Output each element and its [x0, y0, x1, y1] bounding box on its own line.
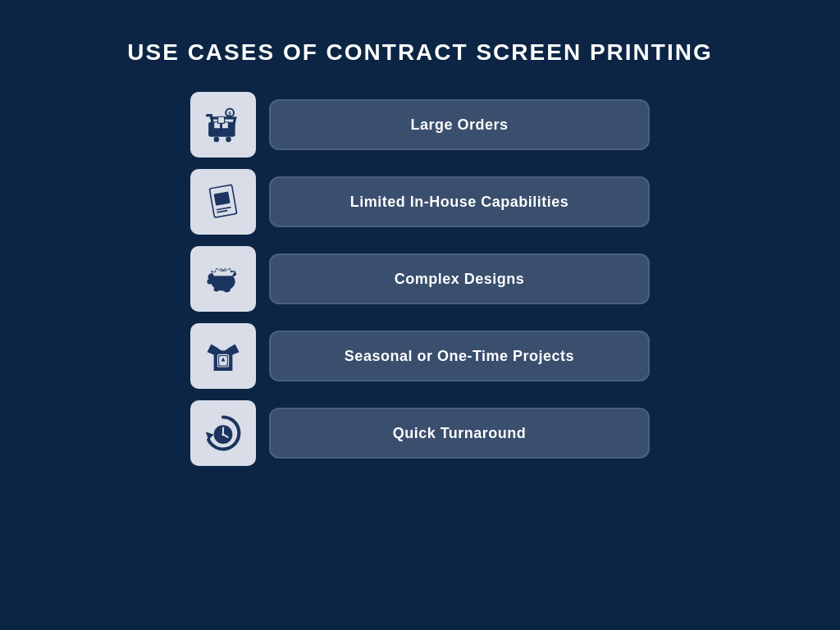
complex-designs-label-box: Complex Designs [269, 253, 650, 304]
large-orders-label-box: Large Orders [269, 99, 650, 150]
document-icon-box [190, 169, 256, 235]
list-item: Seasonal or One-Time Projects [190, 323, 650, 389]
shirt-icon-box [190, 323, 256, 389]
use-cases-list: $ Large Orders Limited In-House Capabili… [190, 92, 650, 466]
splat-icon-box [190, 246, 256, 312]
list-item: Limited In-House Capabilities [190, 169, 650, 235]
svg-point-1 [214, 137, 220, 143]
large-orders-label: Large Orders [410, 116, 508, 134]
cart-icon: $ [202, 103, 244, 146]
seasonal-projects-label-box: Seasonal or One-Time Projects [269, 331, 650, 381]
svg-rect-10 [214, 191, 231, 206]
clock-icon [202, 412, 244, 454]
limited-capabilities-label: Limited In-House Capabilities [350, 194, 569, 211]
quick-turnaround-label: Quick Turnaround [393, 425, 527, 442]
svg-point-18 [208, 279, 213, 285]
svg-marker-22 [206, 431, 214, 440]
clock-icon-box [190, 400, 256, 466]
svg-point-17 [214, 288, 220, 292]
quick-turnaround-label-box: Quick Turnaround [269, 408, 650, 459]
svg-rect-5 [218, 116, 225, 123]
document-icon [202, 180, 244, 223]
list-item: Quick Turnaround [190, 400, 650, 466]
list-item: $ Large Orders [190, 92, 650, 158]
shirt-icon [202, 335, 244, 377]
seasonal-projects-label: Seasonal or One-Time Projects [345, 348, 574, 365]
limited-capabilities-label-box: Limited In-House Capabilities [269, 176, 650, 227]
complex-designs-label: Complex Designs [395, 271, 525, 288]
svg-point-2 [226, 137, 231, 143]
splat-icon [202, 258, 244, 300]
svg-text:$: $ [228, 111, 231, 117]
page-title: USE CASES OF CONTRACT SCREEN PRINTING [127, 39, 712, 66]
cart-icon-box: $ [190, 92, 256, 158]
list-item: Complex Designs [190, 246, 650, 312]
